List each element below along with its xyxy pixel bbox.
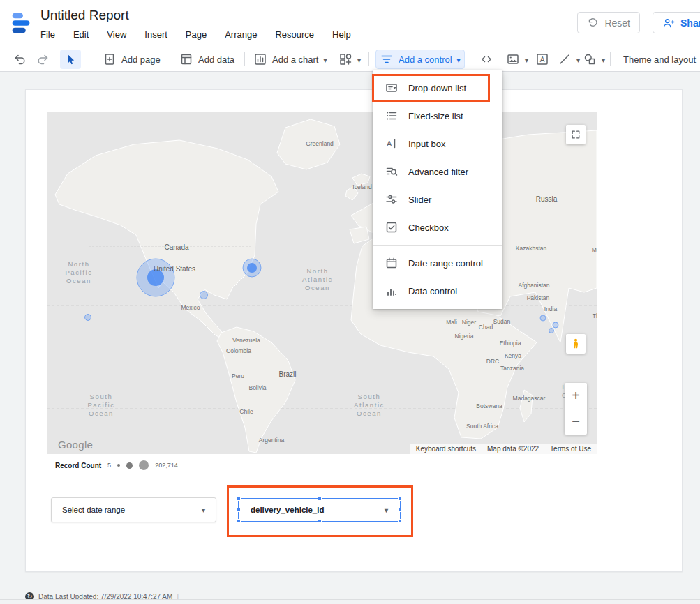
toolbar: Add page Add data Add a chart Add a cont… [0, 47, 700, 72]
menu-item-drop-down-list[interactable]: Drop-down list [373, 74, 502, 102]
add-data-button[interactable]: Add data [176, 50, 238, 69]
app-header: Untitled Report FileEditViewInsertPageAr… [0, 0, 700, 47]
fixed-size-list-icon [385, 109, 399, 123]
delivery-vehicle-dropdown-control[interactable]: delivery_vehicle_id [238, 498, 401, 522]
pegman-button[interactable] [566, 334, 586, 354]
selection-handle[interactable] [398, 508, 402, 512]
menu-arrange[interactable]: Arrange [225, 29, 257, 40]
map-bubble[interactable] [200, 292, 208, 299]
svg-text:A: A [387, 139, 392, 148]
menu-view[interactable]: View [107, 29, 126, 40]
menu-item-fixed-size-list[interactable]: Fixed-size list [373, 102, 502, 130]
data-control-icon [385, 284, 399, 298]
menu-insert[interactable]: Insert [144, 29, 167, 40]
selection-handle[interactable] [398, 519, 402, 523]
share-button[interactable]: Share [653, 12, 700, 33]
legend-dot-small [117, 464, 120, 467]
menu-item-label: Advanced filter [408, 167, 468, 177]
menu-item-data-control[interactable]: Data control [373, 277, 502, 305]
chevron-down-icon [602, 54, 605, 65]
reset-button[interactable]: Reset [577, 12, 640, 33]
looker-studio-logo-icon[interactable] [8, 10, 35, 36]
map-bubble[interactable] [553, 322, 558, 328]
bottom-edge [0, 599, 700, 604]
community-viz-icon [338, 52, 352, 66]
report-page[interactable]: NorthPacificOceanNorthAtlanticOceanSouth… [25, 89, 683, 572]
legend-min: 5 [107, 462, 111, 469]
add-control-button[interactable]: Add a control [375, 50, 465, 69]
chevron-down-icon [385, 506, 388, 514]
insert-shape-button[interactable] [579, 50, 609, 69]
map-bubble[interactable] [85, 315, 91, 321]
advanced-filter-icon [385, 165, 399, 179]
date-range-control[interactable]: Select date range [51, 497, 216, 522]
reset-label: Reset [604, 17, 630, 29]
line-icon [558, 52, 572, 66]
code-icon [479, 52, 493, 66]
keyboard-shortcuts-link[interactable]: Keyboard shortcuts [416, 445, 476, 453]
menu-edit[interactable]: Edit [73, 29, 89, 40]
selection-handle[interactable] [237, 519, 241, 523]
menu-item-label: Drop-down list [408, 83, 466, 93]
legend-dot-large [139, 460, 149, 470]
shape-icon [583, 52, 597, 66]
calendar-icon [385, 256, 399, 270]
insert-text-button[interactable]: A [532, 50, 553, 69]
menu-page[interactable]: Page [186, 29, 207, 40]
menu-item-label: Date range control [408, 258, 483, 269]
pegman-icon [569, 338, 582, 350]
fullscreen-button[interactable] [566, 125, 586, 144]
selection-handle[interactable] [237, 508, 241, 512]
share-label: Share [680, 17, 700, 29]
menu-item-input-box[interactable]: A Input box [373, 130, 502, 158]
add-chart-button[interactable]: Add a chart [250, 50, 331, 69]
dropdown-control-label: delivery_vehicle_id [251, 506, 324, 514]
insert-image-button[interactable] [502, 50, 532, 69]
selection-handle[interactable] [318, 519, 322, 523]
fullscreen-icon [570, 129, 581, 140]
selection-handle[interactable] [398, 497, 402, 501]
geo-bubble-map-chart[interactable]: NorthPacificOceanNorthAtlanticOceanSouth… [47, 112, 597, 454]
legend-metric: Record Count [55, 462, 101, 469]
menu-item-checkbox[interactable]: Checkbox [373, 213, 502, 241]
menu-item-label: Fixed-size list [408, 111, 463, 121]
date-range-label: Select date range [62, 506, 125, 514]
legend-max: 202,714 [155, 462, 178, 469]
theme-and-layout-button[interactable]: Theme and layout [620, 50, 699, 69]
menu-item-slider[interactable]: Slider [373, 186, 502, 213]
zoom-in-button[interactable]: + [565, 383, 587, 409]
zoom-control: + − [565, 383, 587, 435]
community-visualizations-button[interactable] [335, 50, 364, 69]
menu-resource[interactable]: Resource [275, 29, 314, 40]
slider-icon [385, 192, 399, 206]
map-bubble[interactable] [549, 329, 554, 333]
add-page-button[interactable]: Add page [99, 50, 164, 69]
add-control-label: Add a control [399, 54, 452, 65]
zoom-out-button[interactable]: − [565, 409, 587, 435]
cursor-icon [64, 53, 77, 66]
menu-item-date-range-control[interactable]: Date range control [373, 249, 502, 277]
report-title[interactable]: Untitled Report [40, 8, 129, 23]
map-attribution: Keyboard shortcuts Map data ©2022 Terms … [410, 444, 597, 454]
map-bubble[interactable] [540, 315, 546, 321]
menu-item-advanced-filter[interactable]: Advanced filter [373, 158, 502, 186]
input-box-icon: A [385, 137, 399, 151]
redo-button[interactable] [32, 50, 53, 69]
select-tool-button[interactable] [60, 50, 81, 69]
add-chart-label: Add a chart [272, 54, 319, 65]
undo-button[interactable] [10, 50, 31, 69]
menu-item-label: Slider [408, 195, 431, 205]
selection-handle[interactable] [318, 497, 322, 501]
map-bubble-core [147, 269, 164, 286]
theme-label: Theme and layout [623, 54, 696, 65]
add-control-menu: Drop-down list Fixed-size list A Input b… [373, 70, 502, 309]
menu-help[interactable]: Help [332, 29, 351, 40]
checkbox-icon [385, 220, 399, 234]
selection-handle[interactable] [237, 497, 241, 501]
embed-code-button[interactable] [476, 50, 497, 69]
map-bubble-core [247, 263, 257, 273]
image-icon [506, 52, 520, 66]
terms-of-use-link[interactable]: Terms of Use [550, 445, 591, 453]
world-map [47, 112, 597, 454]
menu-file[interactable]: File [40, 29, 55, 40]
